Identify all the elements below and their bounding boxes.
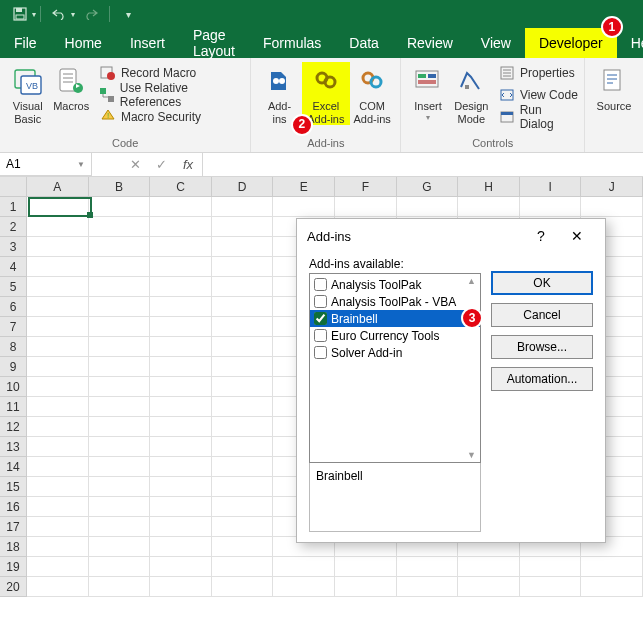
cell[interactable] (150, 437, 212, 457)
addin-checkbox[interactable] (314, 329, 327, 342)
ok-button[interactable]: OK (491, 271, 593, 295)
row-header[interactable]: 13 (0, 437, 27, 457)
cell[interactable] (27, 377, 89, 397)
cell[interactable] (520, 557, 582, 577)
cell[interactable] (273, 197, 335, 217)
undo-button[interactable] (45, 2, 73, 26)
insert-function-button[interactable]: fx (174, 157, 202, 172)
run-dialog-button[interactable]: Run Dialog (498, 106, 578, 128)
cell[interactable] (89, 477, 151, 497)
addin-list-item[interactable]: Brainbell (310, 310, 480, 327)
cell[interactable] (27, 437, 89, 457)
redo-button[interactable] (77, 2, 105, 26)
cell[interactable] (89, 517, 151, 537)
cell[interactable] (27, 257, 89, 277)
row-header[interactable]: 11 (0, 397, 27, 417)
tab-review[interactable]: Review (393, 28, 467, 58)
cell[interactable] (150, 497, 212, 517)
cell[interactable] (212, 297, 274, 317)
cell[interactable] (27, 317, 89, 337)
cell[interactable] (150, 237, 212, 257)
dialog-help-button[interactable]: ? (523, 221, 559, 251)
select-all-corner[interactable] (0, 177, 27, 197)
cell[interactable] (150, 277, 212, 297)
cell[interactable] (89, 437, 151, 457)
save-dropdown-icon[interactable]: ▾ (32, 10, 36, 19)
row-header[interactable]: 8 (0, 337, 27, 357)
insert-control-button[interactable]: Insert ▾ (407, 62, 448, 122)
cell[interactable] (581, 197, 643, 217)
cancel-formula-button[interactable]: ✕ (122, 157, 148, 172)
cell[interactable] (150, 377, 212, 397)
macro-security-button[interactable]: ! Macro Security (99, 106, 244, 128)
addin-checkbox[interactable] (314, 346, 327, 359)
properties-button[interactable]: Properties (498, 62, 578, 84)
cell[interactable] (27, 497, 89, 517)
row-header[interactable]: 16 (0, 497, 27, 517)
cell[interactable] (458, 197, 520, 217)
cell[interactable] (273, 557, 335, 577)
cell[interactable] (27, 337, 89, 357)
row-header[interactable]: 10 (0, 377, 27, 397)
row-header[interactable]: 14 (0, 457, 27, 477)
cell[interactable] (27, 397, 89, 417)
cell[interactable] (212, 317, 274, 337)
cell[interactable] (27, 517, 89, 537)
cell[interactable] (89, 497, 151, 517)
cell[interactable] (89, 317, 151, 337)
cell[interactable] (89, 277, 151, 297)
cell[interactable] (397, 557, 459, 577)
cell[interactable] (89, 197, 151, 217)
cell[interactable] (27, 417, 89, 437)
cell[interactable] (27, 217, 89, 237)
cell[interactable] (89, 377, 151, 397)
cell[interactable] (89, 397, 151, 417)
cell[interactable] (150, 477, 212, 497)
macros-button[interactable]: Macros (49, 62, 92, 113)
save-button[interactable] (6, 2, 34, 26)
dialog-titlebar[interactable]: Add-ins ? ✕ (297, 219, 605, 253)
row-header[interactable]: 15 (0, 477, 27, 497)
cell[interactable] (150, 517, 212, 537)
row-header[interactable]: 1 (0, 197, 27, 217)
cell[interactable] (27, 557, 89, 577)
cell[interactable] (150, 357, 212, 377)
cell[interactable] (89, 337, 151, 357)
row-header[interactable]: 6 (0, 297, 27, 317)
cell[interactable] (89, 457, 151, 477)
cell[interactable] (27, 577, 89, 597)
row-header[interactable]: 9 (0, 357, 27, 377)
browse-button[interactable]: Browse... (491, 335, 593, 359)
cell[interactable] (273, 577, 335, 597)
column-header[interactable]: I (520, 177, 582, 197)
addins-listbox[interactable]: ▲▼ Analysis ToolPakAnalysis ToolPak - VB… (309, 273, 481, 463)
cell[interactable] (212, 557, 274, 577)
visual-basic-button[interactable]: VB Visual Basic (6, 62, 49, 125)
cell[interactable] (150, 577, 212, 597)
cell[interactable] (89, 357, 151, 377)
cell[interactable] (27, 277, 89, 297)
row-header[interactable]: 12 (0, 417, 27, 437)
row-header[interactable]: 2 (0, 217, 27, 237)
cell[interactable] (335, 197, 397, 217)
cell[interactable] (212, 257, 274, 277)
tab-data[interactable]: Data (335, 28, 393, 58)
tab-view[interactable]: View (467, 28, 525, 58)
cell[interactable] (458, 577, 520, 597)
column-header[interactable]: E (273, 177, 335, 197)
cancel-button[interactable]: Cancel (491, 303, 593, 327)
row-header[interactable]: 19 (0, 557, 27, 577)
use-relative-references-button[interactable]: Use Relative References (99, 84, 244, 106)
com-addins-button[interactable]: COM Add-ins (350, 62, 394, 125)
cell[interactable] (212, 277, 274, 297)
accept-formula-button[interactable]: ✓ (148, 157, 174, 172)
addin-checkbox[interactable] (314, 278, 327, 291)
cell[interactable] (212, 537, 274, 557)
cell[interactable] (212, 197, 274, 217)
cell[interactable] (150, 257, 212, 277)
automation-button[interactable]: Automation... (491, 367, 593, 391)
addin-list-item[interactable]: Analysis ToolPak (310, 276, 480, 293)
column-header[interactable]: D (212, 177, 274, 197)
cell[interactable] (212, 497, 274, 517)
cell[interactable] (212, 477, 274, 497)
